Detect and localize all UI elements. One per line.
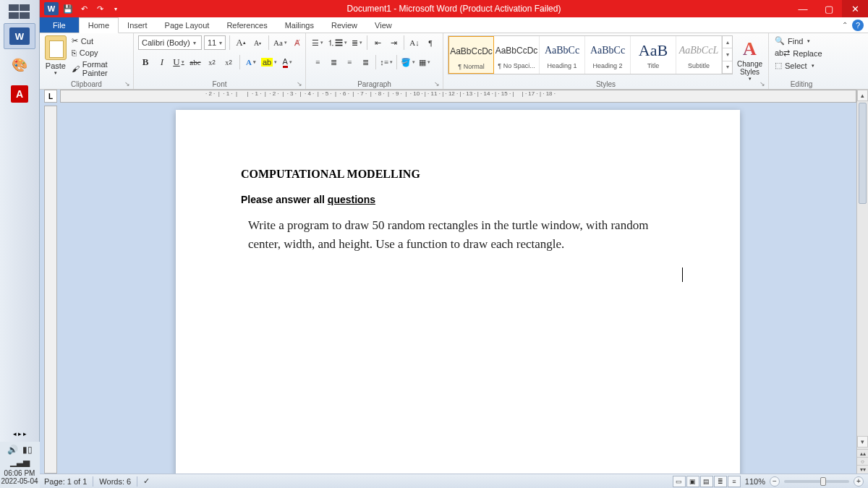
change-styles-button[interactable]: A Change Styles ▾ [736,35,764,82]
web-layout-view-icon[interactable]: ▤ [700,476,713,487]
qat-customize-icon[interactable]: ▾ [109,2,122,15]
taskbar-app-paint[interactable]: 🎨 [4,52,35,78]
tab-mailings[interactable]: Mailings [276,17,323,33]
paragraph-launcher-icon[interactable]: ↘ [434,80,440,87]
sort-button[interactable]: A↓ [407,35,422,50]
font-name-combo[interactable]: Calibri (Body)▾ [138,35,202,50]
status-words[interactable]: Words: 6 [99,477,131,486]
highlight-button[interactable]: ab [260,55,278,69]
battery-icon[interactable]: ▮▯ [22,445,33,455]
zoom-slider[interactable] [784,480,849,483]
undo-icon[interactable]: ↶ [77,2,90,15]
document-viewport[interactable]: COMPUTATIONAL MODELLING Please answer al… [60,106,856,474]
draft-view-icon[interactable]: ≡ [728,476,741,487]
save-icon[interactable]: 💾 [61,2,75,15]
style-heading-1[interactable]: AaBbCcHeading 1 [540,36,585,74]
zoom-out-button[interactable]: − [770,476,780,487]
align-left-button[interactable]: ≡ [310,55,325,69]
align-right-button[interactable]: ≡ [342,55,357,69]
close-button[interactable]: ✕ [842,0,868,17]
proofing-icon[interactable]: ✓ [143,476,150,486]
maximize-button[interactable]: ▢ [816,0,842,17]
cut-button[interactable]: ✂Cut [70,35,129,46]
tab-page-layout[interactable]: Page Layout [156,17,218,33]
vertical-ruler[interactable] [44,106,57,474]
zoom-in-button[interactable]: + [854,476,864,487]
gallery-more-icon[interactable]: ▾ [723,61,732,74]
superscript-button[interactable]: x2 [221,55,236,69]
full-screen-view-icon[interactable]: ▣ [686,476,699,487]
style-no-spacing[interactable]: AaBbCcDc¶ No Spaci... [494,36,540,74]
tab-file[interactable]: File [40,17,79,33]
gallery-down-icon[interactable]: ▾ [723,48,732,61]
clock-date[interactable]: 2022-05-04 [0,477,40,485]
outline-view-icon[interactable]: ≣ [714,476,727,487]
style-heading-2[interactable]: AaBbCcHeading 2 [585,36,631,74]
help-icon[interactable]: ? [852,20,864,31]
next-page-icon[interactable]: ▾▾ [857,465,868,473]
taskbar-app-word[interactable]: W [4,23,35,49]
shrink-font-button[interactable]: A▾ [250,35,265,50]
minimize-ribbon-icon[interactable]: ⌃ [842,21,848,29]
network-icon[interactable]: ▁▃▅ [10,457,30,467]
taskbar-app-acrobat[interactable]: A [4,81,35,107]
shading-button[interactable]: 🪣 [400,55,416,69]
styles-launcher-icon[interactable]: ↘ [760,80,765,87]
replace-button[interactable]: ab⇄Replace [773,48,824,59]
print-layout-view-icon[interactable]: ▭ [673,476,686,487]
style-normal[interactable]: AaBbCcDc¶ Normal [448,36,494,74]
underline-button[interactable]: U [171,55,186,69]
scroll-thumb[interactable] [859,103,867,204]
gallery-up-icon[interactable]: ▴ [723,36,732,48]
change-case-button[interactable]: Aa [273,35,288,50]
app-icon[interactable]: W [44,2,59,15]
strikethrough-button[interactable]: abc [188,55,203,69]
redo-icon[interactable]: ↷ [93,2,106,15]
tab-view[interactable]: View [366,17,401,33]
text-effects-button[interactable]: A [244,55,258,69]
show-marks-button[interactable]: ¶ [423,35,438,50]
select-button[interactable]: ⬚Select▾ [773,60,824,71]
taskbar-input-indicator[interactable]: ◂▸▸ [13,430,27,437]
italic-button[interactable]: I [155,55,169,69]
tab-references[interactable]: References [218,17,276,33]
page[interactable]: COMPUTATIONAL MODELLING Please answer al… [176,110,740,474]
volume-icon[interactable]: 🔊 [7,445,18,455]
bold-button[interactable]: B [138,55,153,69]
tab-insert[interactable]: Insert [119,17,156,33]
start-button[interactable] [6,1,33,22]
clear-formatting-button[interactable]: A̸ [290,35,305,50]
minimize-button[interactable]: — [790,0,816,17]
borders-button[interactable]: ▦ [417,55,432,69]
tab-review[interactable]: Review [323,17,366,33]
find-button[interactable]: 🔍Find▾ [773,35,824,46]
font-launcher-icon[interactable]: ↘ [297,80,302,87]
scroll-down-icon[interactable]: ▾ [857,436,868,448]
prev-page-icon[interactable]: ▴▴ [857,449,868,457]
grow-font-button[interactable]: A▴ [234,35,248,50]
paste-button[interactable]: Paste ▾ [44,35,67,76]
format-painter-button[interactable]: 🖌Format Painter [70,59,129,78]
scroll-up-icon[interactable]: ▴ [857,90,868,101]
multilevel-list-button[interactable]: ≣ [349,35,364,50]
font-color-button[interactable]: A [280,55,294,69]
system-tray[interactable]: 🔊▮▯ ▁▃▅ 06:06 PM 2022-05-04 [0,442,40,488]
horizontal-ruler[interactable]: · 2 · | · 1 · | | · 1 · | · 2 · | · 3 · … [60,90,856,103]
font-size-combo[interactable]: 11▾ [204,35,226,50]
style-title[interactable]: AaBTitle [631,36,676,74]
subscript-button[interactable]: x2 [205,55,219,69]
increase-indent-button[interactable]: ⇥ [386,35,401,50]
tab-home[interactable]: Home [79,17,119,33]
align-center-button[interactable]: ≣ [326,55,341,69]
zoom-level[interactable]: 110% [745,477,765,486]
tab-selector[interactable]: L [44,90,57,103]
line-spacing-button[interactable]: ↕≡ [379,55,393,69]
justify-button[interactable]: ≣ [358,55,373,69]
clock-time[interactable]: 06:06 PM [0,469,40,477]
bullets-button[interactable]: ☰ [310,35,325,50]
vertical-scrollbar[interactable]: ▴ ▾ ▴▴ ○ ▾▾ [856,90,868,474]
browse-object-icon[interactable]: ○ [857,457,868,465]
decrease-indent-button[interactable]: ⇤ [370,35,385,50]
style-subtitle[interactable]: AaBbCcLSubtitle [676,36,722,74]
clipboard-launcher-icon[interactable]: ↘ [124,80,130,87]
